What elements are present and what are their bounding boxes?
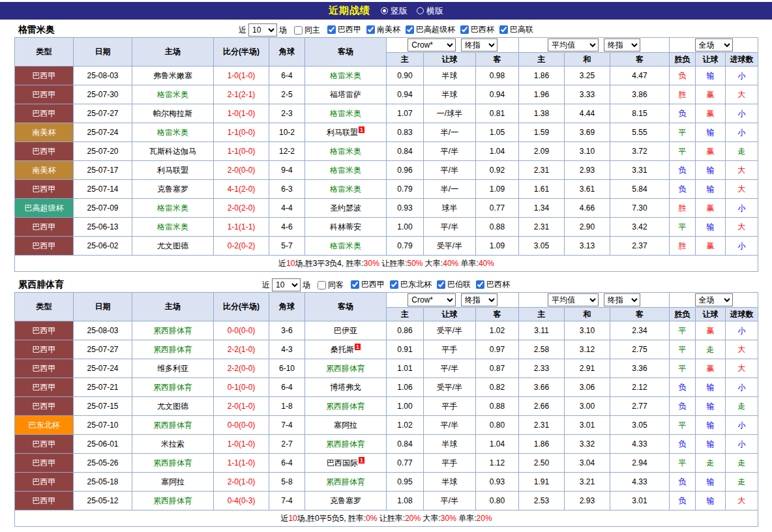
away-team-cell: 格雷米奥 <box>305 66 387 85</box>
same-side-checkbox[interactable] <box>318 281 326 289</box>
result-text: 输 <box>707 439 715 449</box>
result-text: 输 <box>707 477 715 486</box>
league-checkbox[interactable] <box>499 25 508 34</box>
avg-source-select[interactable]: 平均值 <box>548 38 599 52</box>
home-team-cell: 累西腓体育 <box>132 416 214 435</box>
team-text: 圣约瑟波 <box>330 203 361 213</box>
league-filter-label: 巴东北杯 <box>400 279 432 290</box>
odds-away-cell: 0.88 <box>476 397 519 416</box>
odds-away-cell: 0.93 <box>476 473 519 492</box>
result-cell: 胜 <box>670 199 696 218</box>
odds-time-select[interactable]: 终指 <box>461 38 497 52</box>
avg-away-cell: 3.01 <box>610 492 670 510</box>
result-text: 走 <box>738 477 746 486</box>
score-cell: 1-0(1-0) <box>214 66 269 85</box>
avg-away-cell: 5.55 <box>610 123 670 142</box>
team-text: 米拉索 <box>161 439 185 449</box>
odds-handicap-cell: 平/半 <box>424 359 476 378</box>
team-text: 格雷米奥 <box>330 166 361 175</box>
away-team-cell: 利马联盟1 <box>305 123 387 142</box>
avg-time-select[interactable]: 终指 <box>604 293 640 306</box>
avg-away-cell: 8.15 <box>610 104 670 123</box>
corner-cell: 5-7 <box>269 237 305 256</box>
score-cell: 1-0(1-0) <box>214 104 269 123</box>
league-checkbox[interactable] <box>390 280 398 289</box>
league-checkbox[interactable] <box>406 25 414 34</box>
avg-time-select[interactable]: 终指 <box>604 38 640 52</box>
league-filter-巴西甲[interactable]: 巴西甲 <box>322 24 361 35</box>
odds-away-cell: 0.94 <box>476 85 519 104</box>
summary-text: 30% <box>364 259 379 268</box>
col-odds-home: 主 <box>387 308 424 321</box>
odds-home-cell: 1.08 <box>387 492 424 510</box>
league-filter-巴西杯[interactable]: 巴西杯 <box>471 279 510 290</box>
avg-draw-cell: 3.61 <box>565 180 610 199</box>
corner-cell: 2-7 <box>269 435 305 454</box>
team-text: 巴西国际 <box>327 458 358 467</box>
match-row: 巴西甲25-06-13格雷米奥1-1(1-1)4-6科林蒂安1.00平/半0.8… <box>15 218 758 237</box>
odds-home-cell: 1.07 <box>387 104 424 123</box>
handicap-result-cell: 赢 <box>696 85 726 104</box>
corner-cell: 12-2 <box>269 142 305 161</box>
league-checkbox[interactable] <box>437 280 445 289</box>
avg-away-cell: 3.86 <box>610 85 670 104</box>
corner-cell: 6-4 <box>269 454 305 473</box>
col-avg-draw: 和 <box>565 53 610 66</box>
same-side-filter[interactable]: 同主 <box>289 25 320 36</box>
odds-away-cell: 1.04 <box>476 142 519 161</box>
result-text: 小 <box>738 203 746 213</box>
radio-vertical-icon[interactable] <box>381 7 388 14</box>
corner-cell: 1-8 <box>269 397 305 416</box>
result-cell: 负 <box>670 435 696 454</box>
league-checkbox[interactable] <box>476 280 484 289</box>
avg-draw-cell: 3.00 <box>565 397 610 416</box>
home-team-cell: 格雷米奥 <box>132 218 214 237</box>
same-side-filter[interactable]: 同客 <box>312 280 344 291</box>
team-text: 巴伊亚 <box>334 326 357 335</box>
team-text: 尤文图德 <box>157 241 188 250</box>
odds-handicap-cell: 平/半 <box>424 416 476 435</box>
league-filter-巴西甲[interactable]: 巴西甲 <box>346 279 385 290</box>
date-cell: 25-08-03 <box>74 321 132 340</box>
home-team-cell: 维多利亚 <box>132 359 214 378</box>
odds-away-cell: 1.05 <box>476 123 519 142</box>
avg-source-select[interactable]: 平均值 <box>548 293 599 306</box>
league-filter-巴伯联[interactable]: 巴伯联 <box>432 279 471 290</box>
match-count-select[interactable]: 10 <box>248 23 277 37</box>
result-text: 负 <box>679 439 687 449</box>
goals-result-cell: 走 <box>726 454 758 473</box>
league-filter-巴高联[interactable]: 巴高联 <box>494 24 533 35</box>
league-cell: 巴西甲 <box>15 66 74 85</box>
league-filter-南美杯[interactable]: 南美杯 <box>361 24 400 35</box>
goals-result-cell: 大 <box>726 161 758 180</box>
layout-option-vertical[interactable]: 竖版 <box>381 5 408 17</box>
odds-source-select[interactable]: Crow* <box>408 293 456 306</box>
league-checkbox[interactable] <box>366 25 375 34</box>
odds-handicap-cell: 平手 <box>424 397 476 416</box>
league-filter-巴西杯[interactable]: 巴西杯 <box>455 24 494 35</box>
scope-select[interactable]: 全场 <box>695 38 733 52</box>
odds-time-select[interactable]: 终指 <box>461 293 497 306</box>
league-checkbox[interactable] <box>327 25 336 34</box>
league-filter-巴高超级杯[interactable]: 巴高超级杯 <box>400 24 455 35</box>
league-checkbox[interactable] <box>351 280 359 289</box>
odds-source-select[interactable]: Crow* <box>408 38 456 52</box>
league-cell: 巴西甲 <box>15 454 74 473</box>
result-text: 负 <box>679 402 687 411</box>
result-text: 平 <box>679 222 687 231</box>
handicap-result-cell: 赢 <box>696 104 726 123</box>
match-count-select[interactable]: 10 <box>272 278 301 291</box>
league-cell: 巴东北杯 <box>15 416 74 435</box>
away-team-cell: 累西腓体育 <box>305 397 387 416</box>
layout-option-horizontal[interactable]: 横版 <box>417 5 443 17</box>
scope-select[interactable]: 全场 <box>695 293 733 306</box>
radio-horizontal-icon[interactable] <box>417 7 424 14</box>
avg-draw-cell: 2.90 <box>565 218 610 237</box>
league-filter-巴东北杯[interactable]: 巴东北杯 <box>385 279 432 290</box>
league-filter-label: 南美杯 <box>377 24 400 35</box>
corner-cell: 2-3 <box>269 104 305 123</box>
same-side-checkbox[interactable] <box>294 26 303 35</box>
odds-away-cell: 0.98 <box>476 66 519 85</box>
league-checkbox[interactable] <box>460 25 469 34</box>
team-text: 利马联盟 <box>157 166 188 175</box>
